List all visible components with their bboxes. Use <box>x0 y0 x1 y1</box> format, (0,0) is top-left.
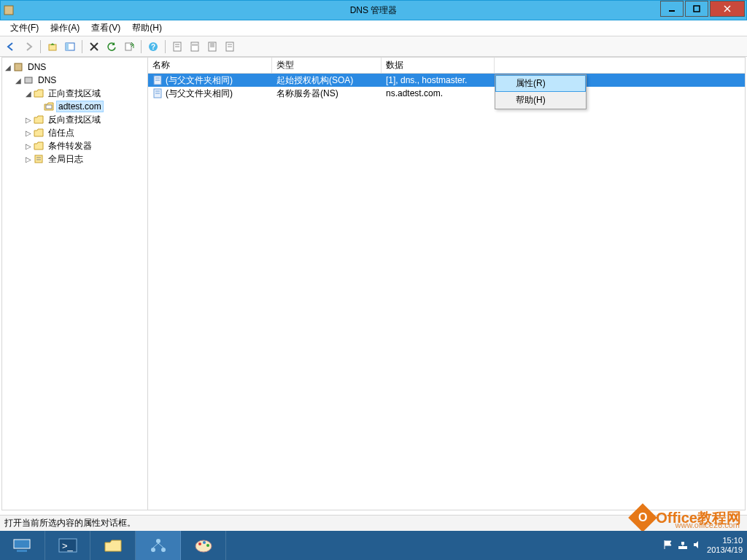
svg-rect-25 <box>15 63 22 71</box>
tray-date: 2013/4/19 <box>707 545 743 555</box>
dns-icon <box>12 61 24 73</box>
taskbar-server-manager[interactable] <box>0 531 45 560</box>
back-button[interactable] <box>3 39 19 55</box>
tree-fwd-lookup[interactable]: ◢ 正向查找区域 <box>4 87 146 100</box>
folder-icon <box>33 114 44 125</box>
svg-point-48 <box>203 541 206 544</box>
column-name[interactable]: 名称 <box>148 58 272 73</box>
title-bar: DNS 管理器 <box>0 0 747 20</box>
cell-data: ns.adtest.com. <box>382 88 495 98</box>
svg-point-49 <box>206 544 209 547</box>
caret-icon[interactable]: ◢ <box>24 90 33 98</box>
tree-trust-points[interactable]: ▷ 信任点 <box>4 126 146 139</box>
refresh-button[interactable] <box>104 39 120 55</box>
tray-clock[interactable]: 15:10 2013/4/19 <box>707 536 743 555</box>
tree-zone-adtest[interactable]: adtest.com <box>4 100 146 113</box>
context-menu: 属性(R) 帮助(H) <box>495 74 587 109</box>
svg-rect-37 <box>14 540 30 548</box>
forward-button[interactable] <box>20 39 36 55</box>
show-hide-tree-button[interactable] <box>62 39 78 55</box>
maximize-button[interactable] <box>685 1 708 17</box>
svg-rect-24 <box>228 46 232 47</box>
taskbar-paint[interactable] <box>181 531 226 560</box>
column-data[interactable]: 数据 <box>382 58 495 73</box>
status-text: 打开当前所选内容的属性对话框。 <box>4 517 136 529</box>
server-icon <box>23 74 34 86</box>
tree-server-dns[interactable]: ◢ DNS <box>4 74 146 87</box>
taskbar-explorer[interactable] <box>90 531 136 560</box>
tray-sound-icon[interactable] <box>692 540 703 551</box>
svg-rect-0 <box>4 6 13 15</box>
caret-icon[interactable]: ◢ <box>14 77 23 85</box>
delete-button[interactable] <box>86 39 102 55</box>
properties-button[interactable] <box>204 39 220 55</box>
tree-root-dns[interactable]: ◢ DNS <box>4 61 146 74</box>
svg-rect-23 <box>228 44 232 45</box>
caret-icon[interactable]: ◢ <box>4 63 12 71</box>
folder-icon <box>33 88 44 99</box>
svg-text:?: ? <box>151 43 155 51</box>
svg-rect-2 <box>694 6 700 12</box>
record-icon <box>152 75 163 85</box>
svg-text:>_: >_ <box>62 540 74 551</box>
svg-point-47 <box>198 542 201 545</box>
table-row[interactable]: (与父文件夹相同) 起始授权机构(SOA) [1], dns., hostmas… <box>148 74 745 87</box>
separator <box>82 40 82 53</box>
system-tray[interactable]: 15:10 2013/4/19 <box>663 536 747 555</box>
column-type[interactable]: 类型 <box>272 58 382 73</box>
svg-rect-26 <box>25 77 32 83</box>
cell-name: (与父文件夹相同) <box>166 74 233 87</box>
tree-label: 全局日志 <box>47 153 85 166</box>
menu-file[interactable]: 文件(F) <box>4 20 44 36</box>
svg-point-42 <box>151 548 155 552</box>
menu-action[interactable]: 操作(A) <box>44 20 85 36</box>
menu-view[interactable]: 查看(V) <box>85 20 126 36</box>
svg-rect-5 <box>49 44 56 50</box>
watermark-icon: O <box>629 503 658 532</box>
separator <box>141 40 142 53</box>
tree-cond-fwd[interactable]: ▷ 条件转发器 <box>4 139 146 152</box>
taskbar: >_ 15:10 2013/4/19 <box>0 531 747 560</box>
help-button[interactable]: ? <box>145 39 161 55</box>
tree-label: adtest.com <box>57 101 103 112</box>
filter-button[interactable] <box>187 39 203 55</box>
log-icon <box>33 153 44 165</box>
tray-network-icon[interactable] <box>678 540 688 551</box>
watermark: O Office教程网 www.office26.com <box>632 508 741 528</box>
taskbar-powershell[interactable]: >_ <box>45 531 90 560</box>
tree-label: 正向查找区域 <box>47 88 102 100</box>
export-button[interactable] <box>121 39 137 55</box>
svg-rect-51 <box>681 542 684 545</box>
svg-point-41 <box>156 539 160 543</box>
menu-help[interactable]: 帮助(H) <box>126 20 168 36</box>
tree-label: 反向查找区域 <box>47 114 102 126</box>
svg-rect-38 <box>17 550 27 552</box>
tree-pane[interactable]: ◢ DNS ◢ DNS ◢ 正向查找区域 adtest.com ▷ 反向查找区域… <box>2 58 148 510</box>
minimize-button[interactable] <box>660 1 684 17</box>
tree-rev-lookup[interactable]: ▷ 反向查找区域 <box>4 113 146 126</box>
ctx-help[interactable]: 帮助(H) <box>495 92 586 109</box>
close-button[interactable] <box>710 1 745 17</box>
up-button[interactable] <box>44 39 61 55</box>
tree-label: 信任点 <box>47 127 76 139</box>
new-record-button[interactable] <box>169 39 185 55</box>
taskbar-dns-manager[interactable] <box>136 531 181 560</box>
caret-icon[interactable]: ▷ <box>24 155 33 163</box>
svg-line-45 <box>158 543 163 548</box>
ctx-properties[interactable]: 属性(R) <box>495 75 586 92</box>
cell-type: 名称服务器(NS) <box>272 88 382 100</box>
cell-data: [1], dns., hostmaster. <box>382 75 495 85</box>
caret-icon[interactable]: ▷ <box>24 142 33 150</box>
tray-flag-icon[interactable] <box>663 540 673 551</box>
table-row[interactable]: (与父文件夹相同) 名称服务器(NS) ns.adtest.com. <box>148 87 745 100</box>
watermark-url: www.office26.com <box>676 521 740 529</box>
zone-icon <box>43 101 55 112</box>
tree-global-log[interactable]: ▷ 全局日志 <box>4 152 146 166</box>
caret-icon[interactable]: ▷ <box>24 129 33 137</box>
separator <box>40 40 41 53</box>
caret-icon[interactable]: ▷ <box>24 116 33 124</box>
list-pane[interactable]: 名称 类型 数据 (与父文件夹相同) 起始授权机构(SOA) [1], dns.… <box>148 58 745 510</box>
more-button[interactable] <box>222 39 238 55</box>
svg-rect-16 <box>191 42 198 51</box>
tree-label: 条件转发器 <box>47 140 93 152</box>
